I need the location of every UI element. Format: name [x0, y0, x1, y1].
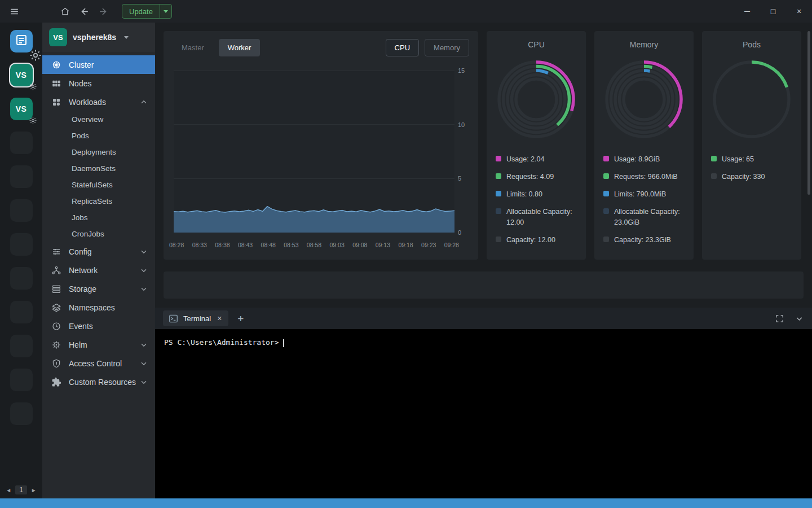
sidebar-item-namespaces[interactable]: Namespaces — [42, 298, 155, 317]
chevron-up-icon[interactable] — [139, 98, 148, 107]
page-next-icon[interactable]: ► — [31, 487, 37, 493]
memory-donut-chart — [602, 57, 686, 142]
sidebar-item-label: Workloads — [69, 98, 139, 107]
sidebar-item-label: Helm — [69, 340, 139, 349]
sidebar-subitem-cronjobs[interactable]: CronJobs — [42, 226, 155, 242]
sidebar-menu: ClusterNodesWorkloadsOverviewPodsDeploym… — [42, 52, 155, 391]
cluster-switcher[interactable]: VS vspherek8s — [42, 23, 155, 52]
sidebar-item-network[interactable]: Network — [42, 261, 155, 279]
pods-donut-chart — [709, 57, 794, 142]
memory-gauge-card: Memory Usage: 8.9GiBRequests: 966.0MiBLi… — [594, 31, 694, 260]
home-icon[interactable] — [55, 2, 74, 21]
rail-empty-slot — [10, 132, 33, 154]
status-bar — [0, 498, 812, 508]
sidebar-item-label: Config — [69, 247, 139, 256]
legend-item[interactable]: Usage: 2.04 — [495, 154, 578, 164]
scrollbar-thumb[interactable] — [807, 31, 810, 195]
gear-icon[interactable] — [29, 82, 37, 91]
sidebar-item-cluster[interactable]: Cluster — [42, 55, 155, 74]
gear-icon[interactable] — [29, 49, 37, 57]
chevron-down-icon[interactable] — [139, 359, 148, 368]
legend-swatch — [496, 156, 501, 161]
chevron-down-icon[interactable] — [139, 378, 148, 387]
add-tab-icon[interactable]: + — [237, 313, 244, 324]
update-button-label: Update — [122, 7, 160, 16]
back-icon[interactable] — [74, 2, 94, 21]
chevron-down-icon[interactable] — [139, 340, 148, 349]
rail-placeholders — [10, 132, 33, 436]
worker-toggle-button[interactable]: Worker — [219, 39, 261, 56]
legend-item[interactable]: Requests: 966.0MiB — [602, 172, 686, 182]
page-prev-icon[interactable]: ◄ — [6, 487, 11, 493]
maximize-button[interactable]: □ — [760, 0, 786, 23]
legend-item[interactable]: Requests: 4.09 — [495, 172, 578, 182]
cpu-toggle-button[interactable]: CPU — [386, 39, 419, 56]
update-button[interactable]: Update — [122, 4, 172, 19]
sidebar-subitem-jobs[interactable]: Jobs — [42, 209, 155, 226]
legend-text: Capacity: 12.00 — [506, 235, 555, 245]
legend-text: Capacity: 330 — [722, 172, 765, 182]
sidebar-item-custom-resources[interactable]: Custom Resources — [42, 373, 155, 391]
sidebar-item-label: Network — [69, 266, 139, 275]
sidebar-item-nodes[interactable]: Nodes — [42, 74, 155, 93]
legend-item[interactable]: Limits: 0.80 — [495, 189, 578, 199]
rail-cluster-vs-2[interactable]: VS — [10, 98, 33, 120]
sidebar-subitem-daemonsets[interactable]: DaemonSets — [42, 160, 155, 177]
collapse-dock-icon[interactable] — [795, 314, 804, 323]
legend-item[interactable]: Capacity: 330 — [710, 172, 793, 182]
rail-cluster-vspherek8s-active[interactable]: VS — [10, 64, 33, 86]
legend-swatch — [603, 156, 609, 161]
pods-gauge-card: Pods Usage: 65Capacity: 330 — [702, 31, 801, 260]
sidebar-item-config[interactable]: Config — [42, 242, 155, 261]
legend-item[interactable]: Capacity: 23.3GiB — [602, 235, 686, 245]
expand-dock-icon[interactable] — [775, 314, 784, 323]
storage-icon — [51, 284, 61, 294]
sidebar-subitem-deployments[interactable]: Deployments — [42, 144, 155, 160]
legend-item[interactable]: Usage: 65 — [710, 154, 793, 164]
sidebar-item-helm[interactable]: Helm — [42, 335, 155, 354]
chevron-down-icon[interactable] — [139, 247, 148, 256]
terminal-tab-label: Terminal — [183, 314, 211, 323]
update-dropdown-caret[interactable] — [160, 10, 171, 13]
terminal-icon — [169, 314, 178, 323]
rail-empty-slot — [10, 199, 33, 222]
chart-toolbar: Master Worker CPU Memory — [173, 39, 469, 56]
sidebar-item-label: Storage — [69, 284, 139, 294]
sidebar-subitem-pods[interactable]: Pods — [42, 128, 155, 144]
x-tick: 09:23 — [421, 242, 436, 248]
chevron-down-icon[interactable] — [139, 266, 148, 275]
close-tab-icon[interactable]: × — [216, 313, 223, 323]
catalog-button[interactable] — [10, 30, 33, 52]
close-button[interactable]: × — [786, 0, 812, 23]
minimize-button[interactable]: ─ — [734, 0, 760, 23]
sidebar-subitem-replicasets[interactable]: ReplicaSets — [42, 193, 155, 209]
nodes-icon — [51, 78, 61, 89]
cpu-chart-panel: Master Worker CPU Memory 151050 08:2808:… — [164, 31, 478, 260]
master-toggle-button[interactable]: Master — [173, 39, 213, 56]
next-row-panel — [164, 271, 804, 299]
gear-icon[interactable] — [29, 116, 37, 125]
sidebar-subitem-statefulsets[interactable]: StatefulSets — [42, 177, 155, 193]
sidebar-item-label: Custom Resources — [69, 378, 139, 387]
sidebar-item-events[interactable]: Events — [42, 317, 155, 335]
legend-item[interactable]: Limits: 790.0MiB — [602, 189, 686, 199]
legend-item[interactable]: Allocatable Capacity: 23.0GiB — [602, 207, 686, 227]
sidebar-item-workloads[interactable]: Workloads — [42, 93, 155, 111]
x-tick: 09:18 — [398, 242, 413, 248]
sidebar-item-storage[interactable]: Storage — [42, 279, 155, 298]
rail-empty-slot — [10, 233, 33, 256]
terminal-tab[interactable]: Terminal × — [163, 310, 228, 326]
forward-icon[interactable] — [94, 2, 113, 21]
legend-item[interactable]: Capacity: 12.00 — [495, 235, 578, 245]
legend-text: Limits: 790.0MiB — [614, 189, 666, 199]
sidebar-subitem-overview[interactable]: Overview — [42, 111, 155, 128]
memory-toggle-button[interactable]: Memory — [425, 39, 469, 56]
menu-hamburger-icon[interactable] — [5, 2, 24, 21]
legend-item[interactable]: Usage: 8.9GiB — [602, 154, 686, 164]
gauge-title: Pods — [743, 40, 761, 49]
helm-icon — [51, 340, 61, 350]
terminal-output[interactable]: PS C:\Users\Administrator> — [155, 329, 812, 498]
sidebar-item-access-control[interactable]: Access Control — [42, 354, 155, 373]
chevron-down-icon[interactable] — [139, 284, 148, 294]
legend-item[interactable]: Allocatable Capacity: 12.00 — [495, 207, 578, 227]
